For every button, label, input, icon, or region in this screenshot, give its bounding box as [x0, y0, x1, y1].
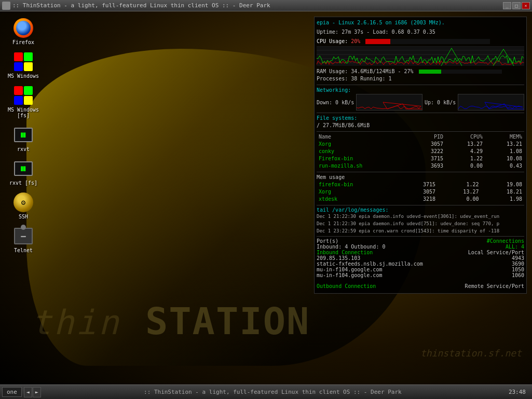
taskbar-arrows: ◄ ►: [24, 387, 41, 397]
table-row: firefox-bin 3715 1.22 19.08: [317, 181, 524, 188]
mem-usage-section: Mem usage firefox-bin 3715 1.22 19.08 Xo…: [317, 174, 524, 203]
port-1: 4943: [512, 255, 524, 261]
processes-section: Name PID CPU% MEM% Xorg 3057 13.27 13.21…: [317, 133, 524, 170]
windows-icon: [13, 51, 34, 72]
telnet-icon: ▬▬: [13, 226, 34, 246]
net-down: Down: 0 kB/s: [317, 100, 354, 105]
divider3: [317, 131, 524, 132]
ssh-icon: ⚙: [13, 192, 34, 213]
port-4: 1060: [512, 272, 524, 278]
cpu-graph: [317, 46, 524, 66]
cpu-label: CPU Usage: 20%: [317, 38, 524, 45]
mswindows-icon-item[interactable]: MS Windows: [5, 50, 42, 80]
rxvt-icon-item[interactable]: ▉▉ rxvt: [5, 123, 42, 153]
mswindows-label: MS Windows: [8, 73, 39, 79]
remote-service-label: Remote Service/Port: [465, 283, 524, 289]
divider4: [317, 172, 524, 172]
rxvt-fs-icon: ▉▉: [13, 158, 34, 179]
connections-header: #Connections: [487, 238, 524, 244]
host-row-2: static-fxfeeds.nslb.sj.mozilla.com 3690: [317, 261, 524, 267]
system-monitor: epia - Linux 2.6.16.5 on i686 (2003 MHz)…: [314, 17, 527, 294]
inbound-outbound: Inbound: 4 Outbound: 0: [317, 244, 385, 250]
hostname-section: epia - Linux 2.6.16.5 on i686 (2003 MHz)…: [317, 19, 524, 26]
log-line-2: Dec 1 21:22:30 epia daemon.info udevd[75…: [317, 220, 524, 227]
net-down-graph: [356, 94, 422, 111]
table-row: Xorg 3057 13.27 18.21: [317, 188, 524, 196]
connections-section: Port(s) #Connections Inbound: 4 Outbound…: [317, 238, 524, 289]
hostname-line: epia - Linux 2.6.16.5 on i686 (2003 MHz)…: [317, 19, 524, 26]
taskbar-next-arrow[interactable]: ►: [33, 387, 41, 397]
port-2: 3690: [512, 261, 524, 267]
net-up-graph: [458, 94, 524, 111]
spacer: [317, 278, 524, 283]
uptime-line: Uptime: 27m 37s - Load: 0.68 0.37 0.35: [317, 29, 524, 36]
taskbar-title: :: ThinStation - a light, full-featured …: [43, 389, 502, 395]
fs-label: File systems:: [317, 115, 524, 122]
inbound-label: Inbound Connection: [317, 250, 373, 255]
telnet-icon-item[interactable]: ▬▬ Telnet: [5, 225, 42, 254]
divider6: [317, 236, 524, 237]
port-3: 1050: [512, 267, 524, 272]
rxvt-label: rxvt: [17, 146, 30, 152]
fs-section: File systems: / 27.7MiB/86.6MiB: [317, 115, 524, 129]
log-line-3: Dec 1 23:22:59 epia cron.warn crond[1543…: [317, 227, 524, 235]
close-button[interactable]: ×: [522, 2, 530, 9]
fs-line: / 27.7MiB/86.6MiB: [317, 122, 524, 129]
divider1: [317, 85, 524, 85]
inbound-outbound-row: Inbound: 4 Outbound: 0 ALL: 4: [317, 244, 524, 250]
titlebar-controls: _ □ ×: [503, 2, 532, 9]
networking-label: Networking:: [317, 87, 524, 94]
host-row-1: 209.85.135.103 4943: [317, 255, 524, 261]
taskbar-workspace[interactable]: one: [2, 387, 22, 397]
title-bar: :: ThinStation - a light, full-featured …: [0, 0, 532, 11]
net-up: Up: 0 kB/s: [425, 100, 456, 105]
firefox-label: Firefox: [12, 39, 34, 45]
taskbar-prev-arrow[interactable]: ◄: [24, 387, 32, 397]
mswindows-fs-icon-item[interactable]: MS Windows [fs]: [5, 84, 42, 119]
processes-table: Name PID CPU% MEM% Xorg 3057 13.27 13.21…: [317, 133, 524, 170]
host-4: mu-in-f104.google.com: [317, 272, 382, 278]
rxvt-icon: ▉▉: [13, 125, 34, 145]
table-row: xtdesk 3218 0.00 1.98: [317, 196, 524, 203]
host-2: static-fxfeeds.nslb.sj.mozilla.com: [317, 261, 423, 267]
all-count: ALL: 4: [506, 244, 524, 250]
taskbar-time: 23:48: [504, 389, 530, 395]
table-header: Name PID CPU% MEM%: [317, 133, 524, 141]
taskbar: one ◄ ► :: ThinStation - a light, full-f…: [0, 384, 532, 399]
log-title: tail /var/log/messages:: [317, 207, 524, 213]
titlebar-icon: [2, 2, 10, 10]
mswindows-fs-label: MS Windows [fs]: [6, 107, 40, 118]
divider5: [317, 205, 524, 205]
outbound-label-row: Outbound Connection Remote Service/Port: [317, 283, 524, 289]
firefox-icon-item[interactable]: Firefox: [5, 17, 42, 46]
table-row: Xorg 3057 13.27 13.21: [317, 141, 524, 148]
table-row: Firefox-bin 3715 1.22 10.08: [317, 155, 524, 162]
minimize-button[interactable]: _: [503, 2, 511, 9]
uptime-section: Uptime: 27m 37s - Load: 0.68 0.37 0.35: [317, 29, 524, 36]
firefox-icon: [13, 18, 34, 38]
divider2: [317, 113, 524, 113]
host-1: 209.85.135.103: [317, 255, 360, 261]
ram-line: RAM Usage: 34.6MiB/124MiB - 27%: [317, 68, 524, 75]
host-3: mu-in-f104.google.com: [317, 267, 382, 272]
telnet-label: Telnet: [14, 247, 33, 253]
host-row-4: mu-in-f104.google.com 1060: [317, 272, 524, 278]
table-row: conky 3222 4.29 1.08: [317, 148, 524, 155]
table-row: run-mozilla.sh 3693 0.00 0.43: [317, 162, 524, 170]
inbound-label-row: Inbound Connection Local Service/Port: [317, 250, 524, 255]
windows-fs-icon: [13, 85, 34, 106]
ssh-label: SSH: [19, 214, 28, 219]
mem-usage-label: Mem usage: [317, 174, 524, 181]
networking-section: Networking: Down: 0 kB/s Up: 0 kB/s: [317, 87, 524, 111]
ssh-icon-item[interactable]: ⚙ SSH: [5, 191, 42, 221]
cpu-section: CPU Usage: 20%: [317, 38, 524, 66]
mem-table: firefox-bin 3715 1.22 19.08 Xorg 3057 13…: [317, 181, 524, 203]
maximize-button[interactable]: □: [512, 2, 521, 9]
titlebar-title: :: ThinStation - a light, full-featured …: [12, 2, 270, 9]
rxvt-fs-icon-item[interactable]: ▉▉ rxvt [fs]: [5, 157, 42, 187]
local-service-label: Local Service/Port: [468, 250, 524, 255]
titlebar-left: :: ThinStation - a light, full-featured …: [0, 2, 270, 10]
icons-panel: Firefox MS Windows: [5, 17, 42, 254]
net-stats: Down: 0 kB/s Up: 0 kB/s: [317, 94, 524, 111]
rxvt-fs-label: rxvt [fs]: [9, 180, 37, 186]
